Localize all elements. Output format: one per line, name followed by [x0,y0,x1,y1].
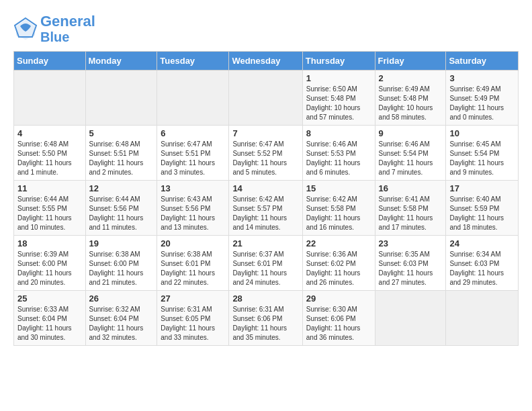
calendar-cell: 7Sunrise: 6:47 AM Sunset: 5:52 PM Daylig… [229,126,302,181]
day-info: Sunrise: 6:48 AM Sunset: 5:51 PM Dayligh… [89,140,154,177]
calendar-cell: 19Sunrise: 6:38 AM Sunset: 6:00 PM Dayli… [85,236,157,291]
calendar-cell: 17Sunrise: 6:40 AM Sunset: 5:59 PM Dayli… [446,181,519,236]
calendar-cell [229,71,302,126]
day-info: Sunrise: 6:47 AM Sunset: 5:51 PM Dayligh… [161,140,225,177]
calendar-week-row: 11Sunrise: 6:44 AM Sunset: 5:55 PM Dayli… [14,181,519,236]
day-number: 16 [379,183,443,193]
day-number: 5 [89,128,154,138]
calendar-cell: 24Sunrise: 6:34 AM Sunset: 6:03 PM Dayli… [446,236,519,291]
day-info: Sunrise: 6:43 AM Sunset: 5:56 PM Dayligh… [161,195,225,232]
logo: General Blue [13,13,95,44]
calendar-cell: 15Sunrise: 6:42 AM Sunset: 5:58 PM Dayli… [302,181,375,236]
day-number: 6 [161,128,225,138]
calendar-cell: 11Sunrise: 6:44 AM Sunset: 5:55 PM Dayli… [14,181,86,236]
day-number: 13 [161,183,225,193]
calendar-week-row: 1Sunrise: 6:50 AM Sunset: 5:48 PM Daylig… [14,71,519,126]
calendar-cell: 23Sunrise: 6:35 AM Sunset: 6:03 PM Dayli… [375,236,446,291]
day-info: Sunrise: 6:33 AM Sunset: 6:04 PM Dayligh… [17,305,82,342]
day-number: 20 [161,238,225,248]
day-info: Sunrise: 6:47 AM Sunset: 5:52 PM Dayligh… [232,140,298,177]
calendar-cell: 13Sunrise: 6:43 AM Sunset: 5:56 PM Dayli… [157,181,229,236]
calendar-cell: 18Sunrise: 6:39 AM Sunset: 6:00 PM Dayli… [14,236,86,291]
day-number: 8 [306,128,371,138]
day-info: Sunrise: 6:49 AM Sunset: 5:48 PM Dayligh… [379,85,443,122]
calendar-cell: 8Sunrise: 6:46 AM Sunset: 5:53 PM Daylig… [302,126,375,181]
column-header-saturday: Saturday [446,52,519,71]
calendar-cell: 2Sunrise: 6:49 AM Sunset: 5:48 PM Daylig… [375,71,446,126]
day-number: 23 [379,238,443,248]
day-info: Sunrise: 6:42 AM Sunset: 5:58 PM Dayligh… [306,195,371,232]
calendar-cell: 29Sunrise: 6:30 AM Sunset: 6:06 PM Dayli… [302,291,375,346]
calendar-cell: 20Sunrise: 6:38 AM Sunset: 6:01 PM Dayli… [157,236,229,291]
calendar-cell: 9Sunrise: 6:46 AM Sunset: 5:54 PM Daylig… [375,126,446,181]
calendar-table: SundayMondayTuesdayWednesdayThursdayFrid… [13,51,519,346]
calendar-cell [375,291,446,346]
day-number: 28 [232,293,298,304]
day-number: 7 [232,128,298,138]
column-header-thursday: Thursday [302,52,375,71]
day-number: 22 [306,238,371,248]
calendar-cell [85,71,157,126]
day-number: 3 [449,73,515,83]
day-number: 10 [449,128,515,138]
day-number: 24 [449,238,515,248]
day-info: Sunrise: 6:44 AM Sunset: 5:55 PM Dayligh… [17,195,82,232]
day-number: 11 [17,183,82,193]
calendar-cell [14,71,86,126]
day-number: 27 [161,293,225,304]
calendar-cell: 25Sunrise: 6:33 AM Sunset: 6:04 PM Dayli… [14,291,86,346]
day-info: Sunrise: 6:40 AM Sunset: 5:59 PM Dayligh… [449,195,515,232]
day-info: Sunrise: 6:41 AM Sunset: 5:58 PM Dayligh… [379,195,443,232]
calendar-cell: 21Sunrise: 6:37 AM Sunset: 6:01 PM Dayli… [229,236,302,291]
day-info: Sunrise: 6:39 AM Sunset: 6:00 PM Dayligh… [17,250,82,287]
day-info: Sunrise: 6:42 AM Sunset: 5:57 PM Dayligh… [232,195,298,232]
day-number: 4 [17,128,82,138]
calendar-week-row: 18Sunrise: 6:39 AM Sunset: 6:00 PM Dayli… [14,236,519,291]
day-number: 21 [232,238,298,248]
column-header-friday: Friday [375,52,446,71]
day-info: Sunrise: 6:50 AM Sunset: 5:48 PM Dayligh… [306,85,371,122]
day-number: 1 [306,73,371,83]
calendar-cell: 22Sunrise: 6:36 AM Sunset: 6:02 PM Dayli… [302,236,375,291]
day-number: 12 [89,183,154,193]
column-header-monday: Monday [85,52,157,71]
day-info: Sunrise: 6:34 AM Sunset: 6:03 PM Dayligh… [449,250,515,287]
calendar-cell: 3Sunrise: 6:49 AM Sunset: 5:49 PM Daylig… [446,71,519,126]
day-info: Sunrise: 6:37 AM Sunset: 6:01 PM Dayligh… [232,250,298,287]
day-number: 18 [17,238,82,248]
day-number: 29 [306,293,371,304]
calendar-cell [157,71,229,126]
day-number: 17 [449,183,515,193]
day-number: 15 [306,183,371,193]
day-info: Sunrise: 6:44 AM Sunset: 5:56 PM Dayligh… [89,195,154,232]
calendar-week-row: 25Sunrise: 6:33 AM Sunset: 6:04 PM Dayli… [14,291,519,346]
calendar-cell: 16Sunrise: 6:41 AM Sunset: 5:58 PM Dayli… [375,181,446,236]
calendar-cell: 1Sunrise: 6:50 AM Sunset: 5:48 PM Daylig… [302,71,375,126]
day-info: Sunrise: 6:49 AM Sunset: 5:49 PM Dayligh… [449,85,515,122]
calendar-cell: 6Sunrise: 6:47 AM Sunset: 5:51 PM Daylig… [157,126,229,181]
day-info: Sunrise: 6:48 AM Sunset: 5:50 PM Dayligh… [17,140,82,177]
column-header-tuesday: Tuesday [157,52,229,71]
calendar-cell [446,291,519,346]
calendar-cell: 26Sunrise: 6:32 AM Sunset: 6:04 PM Dayli… [85,291,157,346]
column-header-sunday: Sunday [14,52,86,71]
calendar-header-row: SundayMondayTuesdayWednesdayThursdayFrid… [14,52,519,71]
calendar-cell: 12Sunrise: 6:44 AM Sunset: 5:56 PM Dayli… [85,181,157,236]
calendar-cell: 4Sunrise: 6:48 AM Sunset: 5:50 PM Daylig… [14,126,86,181]
page-header: General Blue [13,13,519,44]
day-number: 9 [379,128,443,138]
day-info: Sunrise: 6:46 AM Sunset: 5:54 PM Dayligh… [379,140,443,177]
calendar-cell: 27Sunrise: 6:31 AM Sunset: 6:05 PM Dayli… [157,291,229,346]
day-info: Sunrise: 6:38 AM Sunset: 6:00 PM Dayligh… [89,250,154,287]
day-number: 19 [89,238,154,248]
day-info: Sunrise: 6:31 AM Sunset: 6:06 PM Dayligh… [232,305,298,342]
day-info: Sunrise: 6:46 AM Sunset: 5:53 PM Dayligh… [306,140,371,177]
day-info: Sunrise: 6:30 AM Sunset: 6:06 PM Dayligh… [306,305,371,342]
day-number: 2 [379,73,443,83]
calendar-cell: 28Sunrise: 6:31 AM Sunset: 6:06 PM Dayli… [229,291,302,346]
calendar-cell: 10Sunrise: 6:45 AM Sunset: 5:54 PM Dayli… [446,126,519,181]
day-number: 25 [17,293,82,304]
day-info: Sunrise: 6:32 AM Sunset: 6:04 PM Dayligh… [89,305,154,342]
day-info: Sunrise: 6:45 AM Sunset: 5:54 PM Dayligh… [449,140,515,177]
day-number: 14 [232,183,298,193]
